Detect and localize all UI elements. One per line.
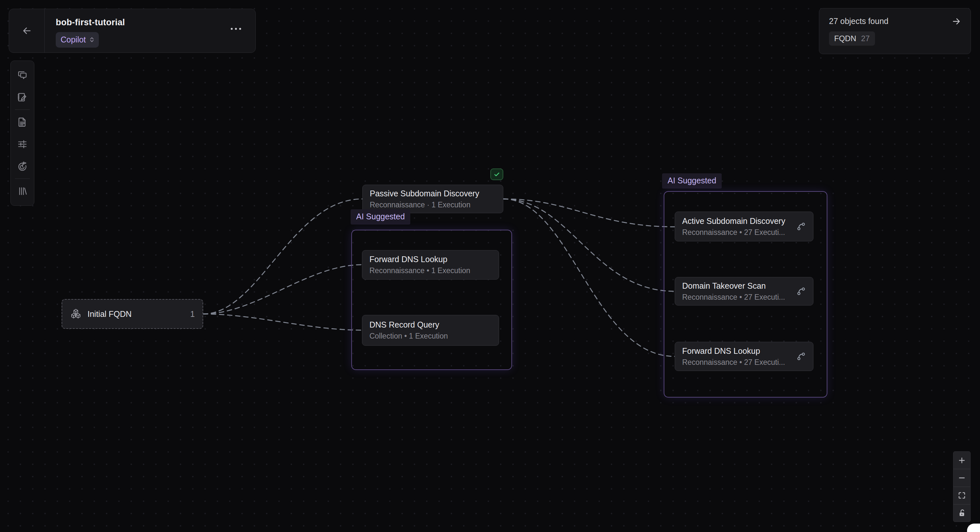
node-subtitle: Reconnaissance • 27 Executi... <box>682 358 789 367</box>
branch-action-button[interactable] <box>795 286 807 297</box>
edge-passive-to-forward-dns <box>503 199 675 356</box>
ai-suggested-label: AI Suggested <box>351 209 410 224</box>
node-subtitle: Collection • 1 Execution <box>369 332 492 340</box>
node-domain-takeover-scan[interactable]: Domain Takeover Scan Reconnaissance • 27… <box>675 277 813 305</box>
plus-icon <box>958 456 966 465</box>
sliders-icon <box>17 139 28 150</box>
edge-initial-to-forward-dns <box>203 265 362 314</box>
node-dns-record-query[interactable]: DNS Record Query Collection • 1 Executio… <box>362 315 499 346</box>
cubes-icon <box>70 308 82 319</box>
node-title: DNS Record Query <box>369 320 492 329</box>
goal-chart-icon <box>17 161 28 172</box>
zoom-out-button[interactable] <box>953 469 970 486</box>
node-active-subdomain-discovery[interactable]: Active Subdomain Discovery Reconnaissanc… <box>675 211 813 241</box>
page-title: bob-first-tutorial <box>56 17 255 27</box>
success-status-badge <box>490 168 503 180</box>
node-title: Domain Takeover Scan <box>682 281 789 291</box>
node-title: Active Subdomain Discovery <box>682 216 789 226</box>
notebook-edit-icon <box>17 92 28 103</box>
chat-widget-button[interactable] <box>967 524 980 532</box>
node-initial-fqdn[interactable]: Initial FQDN 1 <box>62 299 203 329</box>
sidebar-item-library[interactable] <box>11 180 34 202</box>
edge-initial-to-passive <box>203 199 362 314</box>
chevron-up-down-icon <box>89 36 95 43</box>
edge-passive-to-active <box>503 199 675 227</box>
node-forward-dns-lookup[interactable]: Forward DNS Lookup Reconnaissance • 1 Ex… <box>362 250 499 279</box>
branch-action-button[interactable] <box>795 351 807 362</box>
sidebar-divider <box>15 178 30 179</box>
check-icon <box>493 171 500 178</box>
header-card: bob-first-tutorial Copilot <box>9 9 256 53</box>
chat-icon <box>17 70 28 81</box>
branch-action-button[interactable] <box>795 221 807 232</box>
library-icon <box>17 186 28 197</box>
arrow-right-icon[interactable] <box>952 17 961 26</box>
sidebar-toolbar <box>10 60 34 206</box>
document-icon <box>17 117 28 128</box>
sidebar-item-reports[interactable] <box>11 155 34 177</box>
minus-icon <box>958 474 966 482</box>
node-subtitle: Reconnaissance · 1 Execution <box>370 200 496 209</box>
header-content: bob-first-tutorial Copilot <box>45 9 255 52</box>
fit-view-icon <box>958 491 966 500</box>
sidebar-item-documents[interactable] <box>11 111 34 133</box>
node-title: Initial FQDN <box>88 310 185 319</box>
ellipsis-menu-button[interactable] <box>231 28 241 30</box>
edge-passive-to-takeover <box>503 199 675 291</box>
lock-toggle-button[interactable] <box>953 504 970 522</box>
node-forward-dns-lookup-right[interactable]: Forward DNS Lookup Reconnaissance • 27 E… <box>675 342 813 371</box>
node-subtitle: Reconnaissance • 27 Executi... <box>682 228 789 237</box>
zoom-in-button[interactable] <box>953 452 970 469</box>
results-panel: 27 objects found FQDN 27 <box>819 8 971 54</box>
results-count-label: 27 objects found <box>829 16 888 26</box>
arrow-left-icon <box>22 26 32 36</box>
node-count-badge: 1 <box>190 310 195 319</box>
unlock-icon <box>958 509 966 517</box>
node-title: Forward DNS Lookup <box>369 255 492 264</box>
chip-label: FQDN <box>834 34 856 43</box>
node-passive-subdomain-discovery[interactable]: Passive Subdomain Discovery Reconnaissan… <box>362 185 503 213</box>
node-subtitle: Reconnaissance • 27 Executi... <box>682 293 789 302</box>
fit-view-button[interactable] <box>953 487 970 504</box>
canvas-zoom-controls <box>953 451 970 522</box>
node-title: Passive Subdomain Discovery <box>370 189 496 198</box>
sidebar-item-filters[interactable] <box>11 133 34 155</box>
mode-selector-label: Copilot <box>60 35 86 44</box>
sidebar-item-chat[interactable] <box>11 64 34 86</box>
ai-suggested-label: AI Suggested <box>662 173 722 189</box>
node-title: Forward DNS Lookup <box>682 346 789 356</box>
back-button[interactable] <box>9 9 45 52</box>
edge-initial-to-dns-record <box>203 314 362 330</box>
mode-selector[interactable]: Copilot <box>56 32 99 48</box>
chip-count: 27 <box>861 34 870 43</box>
fqdn-filter-chip[interactable]: FQDN 27 <box>829 32 875 46</box>
sidebar-item-notes[interactable] <box>11 86 34 108</box>
sidebar-divider <box>15 110 30 110</box>
node-subtitle: Reconnaissance • 1 Execution <box>369 266 492 275</box>
